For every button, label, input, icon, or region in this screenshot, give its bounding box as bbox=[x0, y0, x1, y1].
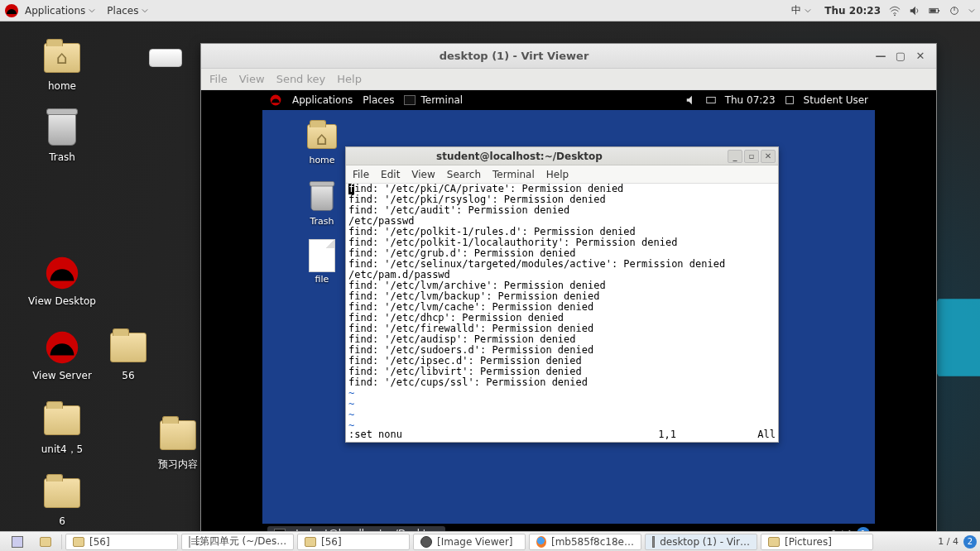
host-top-panel: Applications Places 中 Thu 20:23 bbox=[0, 0, 980, 22]
svg-rect-2 bbox=[938, 10, 939, 12]
svg-rect-6 bbox=[706, 98, 715, 103]
minimize-button[interactable]: — bbox=[872, 48, 890, 65]
desktop-icon-56[interactable]: 56 bbox=[83, 328, 174, 381]
vv-menu-help[interactable]: Help bbox=[337, 73, 362, 85]
taskbar-item[interactable]: [Image Viewer] bbox=[413, 534, 526, 550]
host-clock: Thu 20:23 bbox=[824, 5, 881, 17]
vv-menu-view[interactable]: View bbox=[239, 73, 265, 85]
terminal-icon[interactable] bbox=[404, 95, 416, 105]
app-icon bbox=[652, 536, 655, 548]
guest-top-panel: Applications Places Terminal Thu 07:23 S… bbox=[262, 90, 875, 110]
terminal-title: student@localhost:~/Desktop bbox=[346, 151, 726, 162]
minimize-button[interactable]: _ bbox=[728, 150, 742, 163]
workspace-badge-icon: 2 bbox=[963, 535, 977, 549]
terminal-menubar: File Edit View Search Terminal Help bbox=[346, 165, 778, 184]
desktop-icon-trash[interactable]: Trash bbox=[17, 109, 108, 163]
vv-menu-sendkey[interactable]: Send key bbox=[276, 73, 326, 85]
desktop-icon-drive[interactable] bbox=[141, 38, 190, 78]
terminal-window[interactable]: student@localhost:~/Desktop _ ▫ ✕ File E… bbox=[345, 146, 779, 443]
taskbar-item[interactable]: [第四单元 (~/Des… bbox=[181, 534, 294, 550]
vv-menu-file[interactable]: File bbox=[209, 73, 228, 85]
term-menu-help[interactable]: Help bbox=[546, 169, 569, 180]
chevron-down-icon bbox=[89, 7, 95, 14]
close-button[interactable]: ✕ bbox=[911, 48, 930, 65]
chevron-down-icon bbox=[142, 7, 148, 14]
desktop-icon-unit45[interactable]: unit4，5 bbox=[17, 400, 108, 457]
desktop-icon-6[interactable]: 6 bbox=[17, 473, 108, 527]
places-label: Places bbox=[107, 5, 138, 17]
redhat-logo-icon bbox=[5, 4, 18, 17]
virt-viewer-titlebar[interactable]: desktop (1) - Virt Viewer — ▢ ✕ bbox=[201, 44, 936, 69]
chevron-down-icon bbox=[805, 7, 811, 14]
taskbar-item[interactable]: [mb585f8c18e… bbox=[529, 534, 641, 550]
guest-user-label[interactable]: Student User bbox=[804, 94, 868, 106]
input-method-indicator[interactable]: 中 bbox=[786, 1, 816, 20]
vim-status-line: :set nonu1,1All bbox=[348, 429, 776, 440]
term-menu-view[interactable]: View bbox=[411, 169, 435, 180]
app-icon bbox=[768, 537, 780, 547]
host-desktop[interactable]: home Trash View Desktop View Server unit… bbox=[0, 22, 980, 531]
term-menu-file[interactable]: File bbox=[353, 169, 369, 180]
places-menu[interactable]: Places bbox=[102, 2, 153, 19]
applications-label: Applications bbox=[25, 5, 85, 17]
svg-rect-7 bbox=[785, 97, 793, 104]
nm-icon[interactable] bbox=[705, 94, 717, 106]
svg-rect-3 bbox=[930, 9, 936, 12]
app-icon bbox=[305, 537, 316, 547]
app-icon bbox=[73, 537, 84, 547]
nautilus-launcher[interactable] bbox=[33, 534, 58, 550]
virt-viewer-window[interactable]: desktop (1) - Virt Viewer — ▢ ✕ File Vie… bbox=[200, 43, 937, 544]
guest-applications-menu[interactable]: Applications bbox=[292, 94, 353, 106]
show-desktop-button[interactable] bbox=[5, 534, 30, 550]
guest-clock: Thu 07:23 bbox=[725, 94, 776, 106]
term-menu-edit[interactable]: Edit bbox=[381, 169, 400, 180]
guest-terminal-label[interactable]: Terminal bbox=[420, 94, 463, 106]
app-icon bbox=[536, 536, 546, 548]
user-icon bbox=[784, 94, 795, 106]
chevron-down-icon bbox=[968, 7, 975, 14]
volume-icon[interactable] bbox=[685, 94, 697, 106]
redhat-logo-icon bbox=[271, 95, 281, 106]
host-bottom-taskbar: [56][第四单元 (~/Des…[56][Image Viewer][mb58… bbox=[0, 531, 980, 551]
taskbar-item[interactable]: desktop (1) - Vir… bbox=[645, 534, 757, 550]
applications-menu[interactable]: Applications bbox=[20, 2, 100, 19]
taskbar-item[interactable]: [Pictures] bbox=[761, 534, 873, 550]
volume-icon[interactable] bbox=[909, 5, 920, 17]
app-icon bbox=[420, 536, 432, 548]
terminal-titlebar[interactable]: student@localhost:~/Desktop _ ▫ ✕ bbox=[346, 147, 778, 165]
taskbar-item[interactable]: [56] bbox=[65, 534, 178, 550]
wifi-icon[interactable] bbox=[889, 5, 901, 17]
taskbar-item[interactable]: [56] bbox=[297, 534, 410, 550]
close-button[interactable]: ✕ bbox=[761, 150, 776, 163]
power-icon[interactable] bbox=[949, 5, 960, 17]
app-icon bbox=[189, 536, 190, 548]
host-workspace-indicator[interactable]: 1 / 4 2 bbox=[938, 535, 977, 549]
battery-icon[interactable] bbox=[929, 5, 940, 17]
maximize-button[interactable]: ▫ bbox=[744, 150, 759, 163]
virt-viewer-menubar: File View Send key Help bbox=[201, 69, 936, 90]
virt-viewer-title: desktop (1) - Virt Viewer bbox=[208, 50, 870, 62]
maximize-button[interactable]: ▢ bbox=[891, 48, 910, 65]
guest-desktop[interactable]: Applications Places Terminal Thu 07:23 S… bbox=[262, 90, 875, 544]
desktop-icon-home[interactable]: home bbox=[17, 38, 108, 92]
svg-point-0 bbox=[894, 14, 896, 16]
desktop-icon-view-desktop[interactable]: View Desktop bbox=[17, 253, 108, 307]
term-menu-terminal[interactable]: Terminal bbox=[492, 169, 535, 180]
virt-viewer-framebuffer[interactable]: Applications Places Terminal Thu 07:23 S… bbox=[201, 90, 936, 544]
term-menu-search[interactable]: Search bbox=[447, 169, 481, 180]
guest-places-menu[interactable]: Places bbox=[363, 94, 394, 106]
terminal-output[interactable]: find: '/etc/pki/CA/private': Permission … bbox=[346, 184, 778, 442]
